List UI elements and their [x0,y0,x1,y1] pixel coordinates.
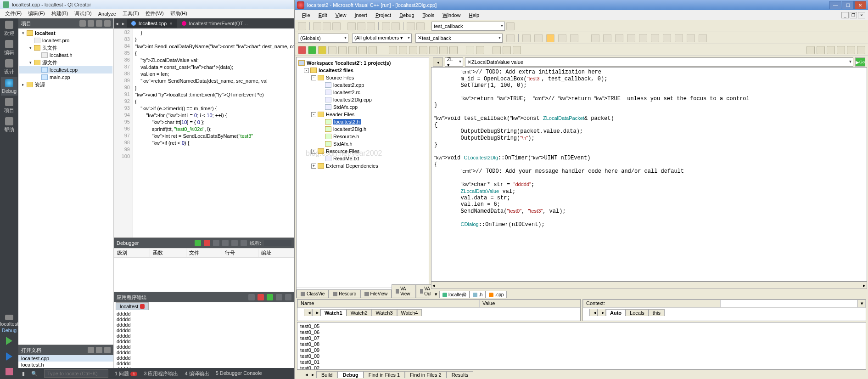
mdi-close-icon[interactable]: × [858,12,865,18]
col-header[interactable]: 文件 [186,249,222,258]
save-all-icon[interactable] [332,22,341,30]
bookmark-clear-icon[interactable] [627,34,635,42]
col-name[interactable]: Name [297,300,479,308]
qt-code-editor[interactable]: 828384858687888990919293949596979899100 … [114,28,294,238]
output-tab[interactable]: Find in Files 1 [364,371,405,378]
menu-item[interactable]: Edit [314,11,331,19]
menu-item[interactable]: View [331,11,351,19]
close-sidebar-icon[interactable]: ▮ [22,371,25,377]
tree-item[interactable]: ▸资源 [19,81,112,88]
step-over-icon[interactable] [348,46,357,54]
ws-tree-item[interactable]: localtest2.rc [298,89,427,96]
close-tab-icon[interactable] [140,304,145,309]
find-icon[interactable] [506,22,515,30]
ws-tree-item[interactable]: ReadMe.txt [298,155,427,162]
openfile-item[interactable]: localtest.cpp [18,355,113,362]
find-combo[interactable]: test_callback [431,22,505,31]
variables-icon[interactable] [409,46,417,54]
watch-tab[interactable]: Auto [606,309,626,316]
file-tab[interactable]: .h [470,291,486,298]
nav-right-icon[interactable] [476,46,484,54]
nav-up-icon[interactable] [663,34,671,42]
minus-icon[interactable] [285,294,291,300]
mode-grid[interactable]: 欢迎 [1,19,17,38]
mdi-minimize-icon[interactable]: _ [841,12,849,18]
break-icon[interactable] [328,46,336,54]
openfiles-list[interactable]: localtest.cpplocaltest.h [18,355,113,368]
registers-window-icon[interactable] [857,46,865,54]
bp-clear-icon[interactable] [513,46,521,54]
close-icon[interactable] [104,347,111,353]
qt-target-selector[interactable]: localtest Debug [1,315,17,333]
menu-item[interactable]: 文件(F) [2,9,25,18]
vs-toolbar-debug[interactable] [295,44,868,56]
continue-icon[interactable] [195,240,201,246]
nav-right-icon[interactable]: ▸ [312,309,320,316]
stop-debug-icon[interactable] [298,46,306,54]
expand-icon[interactable]: - [311,112,316,117]
ws-tree-item[interactable]: -localtest2 files [298,67,427,74]
nav-fwd-icon[interactable] [651,34,659,42]
debug-button-icon[interactable] [6,352,12,361]
tb-icon7[interactable] [699,34,707,42]
callstack-icon[interactable] [439,46,448,54]
output-tab[interactable]: localtest [116,302,149,310]
status-item[interactable]: 4 编译输出 [185,370,209,377]
mode-design[interactable]: 设计 [1,58,17,76]
output-text[interactable]: test0_05test0_06test0_07test0_08test0_09… [297,322,866,370]
col-header[interactable]: 编址 [258,249,294,258]
locator-input[interactable] [44,369,108,378]
tb-icon6[interactable] [687,34,695,42]
tree-item[interactable]: ▾localtest [19,29,112,37]
openfile-item[interactable]: localtest.h [18,362,113,368]
ws-tree-item[interactable]: localtest2.h [298,118,427,125]
tb-icon2[interactable] [534,34,543,42]
expand-icon[interactable]: + [311,164,316,169]
status-item[interactable]: 5 Debugger Console [216,370,262,377]
disasm-icon[interactable] [449,46,458,54]
editor-file-tabs[interactable]: ▾ localte@.h.cpp [431,289,867,298]
col-header[interactable]: 行号 [222,249,258,258]
tree-item[interactable]: localtest.cpp [19,66,112,74]
output-pane[interactable]: test0_05test0_06test0_07test0_08test0_09… [297,322,866,378]
output-tab[interactable]: Build [316,371,337,378]
registers-icon[interactable] [419,46,427,54]
file-tab[interactable]: localte@ [439,291,470,298]
output-tab[interactable]: Debug [337,371,363,378]
editor-nav[interactable]: ◂ ZL ▾ ✕ ZLocalDataValue value ▶Go [431,57,867,67]
menu-item[interactable]: Tools [419,11,439,19]
goto-icon[interactable] [506,34,515,42]
file-tab[interactable]: .cpp [486,291,507,298]
attach-icon[interactable] [248,294,255,300]
menu-item[interactable]: 控件(W) [142,9,167,18]
split-icon[interactable] [96,347,102,353]
nav-right-icon[interactable]: ▸ [598,309,606,316]
project-tree[interactable]: ▾localtestlocaltest.pro▾头文件localtest.h▾源… [18,28,113,345]
new-icon[interactable] [298,22,306,30]
go-button[interactable]: ▶Go [855,57,865,67]
watch-pane-left[interactable]: Name Value ◂▸Watch1Watch2Watch3Watch4 [297,299,581,321]
close-panel-icon[interactable] [104,20,111,27]
bp-toggle-icon[interactable] [493,46,501,54]
quickwatch-icon[interactable] [389,46,397,54]
scope-combo[interactable]: (Globals) [298,34,348,43]
nav-left-icon[interactable]: ◂ [303,371,310,378]
thread-selector[interactable] [264,240,291,246]
nav-back-icon[interactable]: ◂ [433,57,443,67]
output-tab[interactable]: Results [447,371,474,378]
ws-tree-item[interactable]: localtest2.cpp [298,81,427,89]
vs-menubar[interactable]: FileEditViewInsertProjectDebugToolsWindo… [295,10,868,20]
stop-icon[interactable] [204,240,210,246]
menu-item[interactable]: Project [371,11,395,19]
paste-icon[interactable] [367,22,375,30]
restart-debug-icon[interactable] [318,46,326,54]
workspace-tree[interactable]: Workspace 'localtest2': 1 project(s) blo… [297,57,429,288]
col-header[interactable]: 级别 [114,249,150,258]
vs-code-editor[interactable]: "cmt">// TODO: Add extra initialization … [431,67,867,282]
step-over-icon[interactable] [213,240,219,246]
ws-tab[interactable]: FileView [360,289,392,298]
workspace-icon[interactable] [407,22,415,30]
ws-tree-item[interactable]: StdAfx.h [298,140,427,147]
rerun-icon[interactable] [267,294,273,300]
watch-tab[interactable]: Locals [626,309,649,316]
